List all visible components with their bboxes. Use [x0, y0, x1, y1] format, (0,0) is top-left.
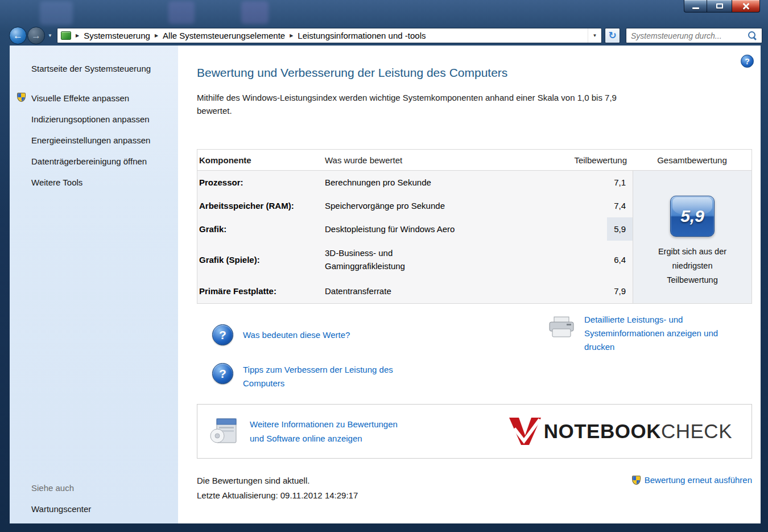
forward-arrow-icon: →: [31, 30, 41, 42]
glass-ghost-icon: [168, 1, 195, 24]
rerun-assessment-link[interactable]: Bewertung erneut ausführen: [632, 473, 752, 487]
link-label[interactable]: Bewertung erneut ausführen: [645, 473, 752, 487]
breadcrumb-dropdown-icon[interactable]: ▼: [588, 28, 601, 43]
sidebar-item-indizierung[interactable]: Indizierungsoptionen anpassen: [31, 113, 174, 125]
back-button[interactable]: ←: [9, 27, 27, 44]
uac-shield-icon: [632, 476, 641, 485]
sidebar-item-label: Indizierungsoptionen anpassen: [31, 114, 150, 124]
header-teilbewertung: Teilbewertung: [574, 155, 633, 165]
notebookcheck-wordmark: NOTEBOOKCHECK: [544, 420, 732, 443]
header-bewertet: Was wurde bewertet: [325, 150, 568, 170]
base-score-value: 5,9: [680, 207, 704, 226]
question-icon: ?: [745, 57, 750, 66]
what-values-mean-link[interactable]: ? Was bedeuten diese Werte?: [212, 324, 350, 345]
sidebar-item-home[interactable]: Startseite der Systemsteuerung: [31, 64, 174, 73]
window-controls: [684, 0, 760, 13]
forward-button[interactable]: →: [27, 27, 45, 44]
breadcrumb-separator-icon: ▶: [287, 33, 295, 38]
notebookcheck-logo: NOTEBOOKCHECK: [509, 417, 732, 446]
header-gesamtbewertung: Gesamtbewertung: [633, 150, 752, 170]
minimize-button[interactable]: [684, 0, 707, 13]
table-row: Grafik (Spiele): 3D-Business- und Gaming…: [197, 241, 633, 278]
search-input[interactable]: [626, 31, 747, 40]
maximize-icon: [716, 3, 723, 9]
table-header-row: Komponente Was wurde bewertet Teilbewert…: [197, 150, 752, 171]
refresh-icon: ↻: [608, 30, 616, 42]
help-links-section: ? Was bedeuten diese Werte? ? Tipps zum …: [197, 304, 752, 401]
sidebar-item-visuelle-effekte[interactable]: Visuelle Effekte anpassen: [31, 92, 174, 104]
sidebar-item-datentraeger[interactable]: Datenträgerbereinigung öffnen: [31, 155, 174, 167]
subscore-value: 6,4: [614, 255, 626, 265]
detailed-info-link[interactable]: Detaillierte Leistungs- und Systeminform…: [548, 313, 748, 354]
maximize-button[interactable]: [707, 0, 732, 13]
assessed-text: Desktopleistung für Windows Aero: [325, 222, 455, 236]
uac-shield-icon: [17, 93, 26, 102]
close-button[interactable]: [732, 0, 760, 13]
table-row: Arbeitsspeicher (RAM): Speichervorgänge …: [197, 194, 633, 217]
help-button[interactable]: ?: [741, 55, 754, 68]
base-score-caption: Ergibt sich aus der niedrigsten Teilbewe…: [656, 245, 728, 287]
sidebar-item-weitere-tools[interactable]: Weitere Tools: [31, 176, 174, 188]
subscore-value: 5,9: [614, 224, 626, 234]
online-info-link[interactable]: Weitere Informationen zu Bewertungen und…: [250, 417, 409, 446]
refresh-button[interactable]: ↻: [605, 28, 620, 43]
subscore-value: 7,4: [614, 201, 626, 211]
sidebar-task-list: Startseite der Systemsteuerung Visuelle …: [10, 46, 178, 188]
breadcrumb-item-alle-elemente[interactable]: Alle Systemsteuerungselemente: [160, 31, 287, 40]
search-box[interactable]: [626, 28, 762, 43]
breadcrumb-separator-icon: ▶: [152, 33, 160, 38]
assessed-text: 3D-Business- und Gaminggrafikleistung: [325, 246, 467, 273]
header-komponente: Komponente: [197, 150, 325, 170]
lowest-subscore-highlight: 5,9: [607, 217, 633, 241]
navigation-bar: ← → ▼ ▶ Systemsteuerung ▶ Alle Systemste…: [0, 26, 768, 46]
ratings-current-text: Die Bewertungen sind aktuell.: [197, 473, 358, 488]
base-score-badge: 5,9: [670, 196, 715, 237]
online-info-box: Weitere Informationen zu Bewertungen und…: [197, 404, 752, 459]
breadcrumb-item-leistungsinfo[interactable]: Leistungsinformationen und -tools: [295, 31, 428, 40]
subscore-value: 7,9: [614, 286, 626, 296]
software-box-icon: [209, 418, 238, 445]
recent-pages-dropdown[interactable]: ▼: [48, 33, 52, 38]
table-rows: Prozessor: Berechnungen pro Sekunde 7,1 …: [197, 171, 633, 303]
glass-ghost-icon: [241, 1, 269, 24]
glass-ghost-icon: [40, 1, 73, 25]
page-title: Bewertung und Verbesserung der Leistung …: [197, 66, 752, 80]
table-row: Grafik: Desktopleistung für Windows Aero…: [197, 217, 633, 241]
link-label[interactable]: Detaillierte Leistungs- und Systeminform…: [584, 313, 748, 354]
intro-text: Mithilfe des Windows-Leistungsindex werd…: [197, 91, 641, 117]
improve-tips-link[interactable]: ? Tipps zum Verbessern der Leistung des …: [212, 363, 414, 390]
control-panel-icon: [61, 31, 71, 40]
breadcrumb-separator-icon: ▶: [73, 33, 81, 38]
base-score-panel: 5,9 Ergibt sich aus der niedrigsten Teil…: [633, 171, 752, 303]
component-name: Prozessor:: [197, 171, 325, 194]
window: ← → ▼ ▶ Systemsteuerung ▶ Alle Systemste…: [0, 0, 768, 532]
link-label[interactable]: Tipps zum Verbessern der Leistung des Co…: [243, 363, 414, 390]
sidebar-item-wartungscenter[interactable]: Wartungscenter: [31, 504, 91, 514]
assessed-text: Datentransferrate: [325, 284, 391, 298]
component-name: Arbeitsspeicher (RAM):: [197, 194, 325, 217]
sidebar-item-label: Visuelle Effekte anpassen: [31, 93, 129, 103]
breadcrumb[interactable]: ▶ Systemsteuerung ▶ Alle Systemsteuerung…: [57, 28, 602, 43]
component-name: Primäre Festplatte:: [197, 278, 325, 303]
sidebar-item-energie[interactable]: Energieeinstellungen anpassen: [31, 134, 174, 146]
sidebar: Startseite der Systemsteuerung Visuelle …: [10, 46, 178, 523]
table-row: Prozessor: Berechnungen pro Sekunde 7,1: [197, 171, 633, 194]
search-icon[interactable]: [747, 31, 758, 41]
table-row: Primäre Festplatte: Datentransferrate 7,…: [197, 278, 633, 303]
back-arrow-icon: ←: [13, 30, 23, 42]
close-icon: [742, 2, 750, 10]
assessed-text: Berechnungen pro Sekunde: [325, 176, 431, 189]
component-name: Grafik (Spiele):: [197, 241, 325, 278]
status-text: Die Bewertungen sind aktuell. Letzte Akt…: [197, 473, 358, 503]
breadcrumb-item-systemsteuerung[interactable]: Systemsteuerung: [81, 31, 152, 40]
sidebar-item-label: Weitere Tools: [31, 178, 82, 187]
subscore-value: 7,1: [614, 178, 626, 187]
main-panel: ? Bewertung und Verbesserung der Leistun…: [178, 46, 761, 523]
last-update-text: Letzte Aktualisierung: 09.11.2012 14:29:…: [197, 488, 358, 503]
see-also-header: Siehe auch: [31, 483, 74, 493]
component-name: Grafik:: [197, 217, 325, 241]
content-area: Startseite der Systemsteuerung Visuelle …: [10, 46, 761, 523]
sidebar-item-label: Energieeinstellungen anpassen: [31, 135, 150, 145]
link-label[interactable]: Was bedeuten diese Werte?: [243, 328, 350, 342]
table-body: Prozessor: Berechnungen pro Sekunde 7,1 …: [197, 171, 752, 303]
